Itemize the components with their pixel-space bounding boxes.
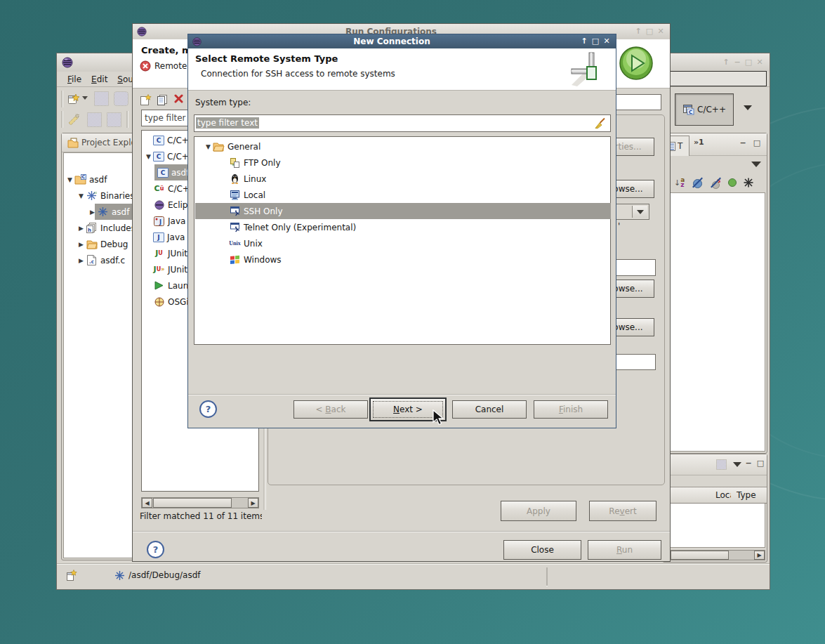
wizard-help-button[interactable]: ? [199, 400, 217, 418]
wizard-button-separator [188, 394, 616, 395]
scroll-right-button[interactable]: ▶ [248, 498, 258, 508]
new-connection-titlebar[interactable]: New Connection ↑ □ ✕ [188, 34, 616, 48]
tree-item-windows[interactable]: Windows [194, 251, 610, 268]
ssh-icon [229, 206, 241, 217]
new-connection-maximize-button[interactable]: □ [590, 37, 601, 46]
run-config-close-button[interactable]: ✕ [655, 27, 666, 37]
problems-table[interactable] [664, 504, 765, 548]
outline-content: # stdio.h main() : int [664, 192, 765, 452]
save-all-button-disabled [114, 91, 128, 106]
problems-minimize-button[interactable]: − [743, 459, 754, 468]
main-close-button[interactable]: ✕ [754, 58, 765, 67]
system-type-tree: ▼ General FTP Only Linux Local SSH Only [194, 136, 611, 345]
eclipse-logo-icon [61, 57, 73, 68]
system-type-filter-input[interactable]: type filter text [194, 114, 611, 132]
combo-dropdown-button[interactable] [632, 206, 647, 218]
wizard-heading: Select Remote System Type [195, 53, 338, 64]
eclipse-application-icon [153, 199, 165, 211]
run-button[interactable]: Run [588, 540, 661, 560]
config-note-fragment: ' [618, 221, 620, 231]
back-button[interactable]: < Back [293, 400, 368, 419]
eclipse-logo-icon [136, 26, 147, 37]
menu-edit[interactable]: Edit [86, 72, 112, 86]
new-connection-close-button[interactable]: ✕ [601, 37, 612, 46]
sort-az-icon[interactable]: ↓az [674, 178, 685, 188]
clear-filter-broom-icon[interactable] [594, 117, 606, 132]
menu-file[interactable]: File [62, 72, 86, 86]
tree-item-local[interactable]: Local [194, 187, 610, 203]
filter-status-text: Filter matched 11 of 11 items [140, 511, 262, 521]
perspective-label: C/C++ [697, 105, 726, 114]
hide-non-public-icon[interactable] [728, 178, 737, 187]
run-config-shade-button[interactable]: ↑ [633, 27, 644, 37]
c-application-icon: C [157, 168, 169, 178]
tree-item-general[interactable]: ▼ General [194, 138, 610, 155]
new-launch-config-button[interactable] [140, 94, 152, 109]
c-application-icon: C [153, 152, 164, 162]
hide-static-icon[interactable]: s [710, 177, 721, 188]
revert-button[interactable]: Revert [589, 501, 656, 521]
expander-collapsed-icon[interactable]: ▶ [77, 225, 86, 232]
filter-icon-disabled [716, 459, 727, 470]
scroll-left-button[interactable]: ◀ [142, 498, 152, 508]
button-separator [133, 531, 670, 532]
outline-minimize-button[interactable]: − [737, 138, 748, 148]
tree-item-ssh-only[interactable]: SSH Only [195, 203, 611, 219]
expander-expanded-icon[interactable]: ▼ [65, 176, 74, 183]
run-config-error-text: Remote [154, 61, 187, 71]
outline-view-menu-arrow[interactable] [751, 162, 761, 167]
run-config-maximize-button[interactable]: □ [644, 27, 655, 37]
tree-item-telnet-only[interactable]: Telnet Only (Experimental) [194, 219, 610, 235]
problems-maximize-button[interactable]: □ [755, 459, 766, 468]
open-folder-icon [213, 141, 225, 152]
includes-icon: h [86, 223, 98, 234]
problems-scroll-right-button[interactable]: ▶ [754, 551, 765, 560]
column-type[interactable]: Type [731, 487, 767, 504]
apply-button[interactable]: Apply [501, 501, 576, 521]
problems-view-menu-arrow[interactable] [733, 462, 741, 467]
new-connection-dialog: New Connection ↑ □ ✕ Select Remote Syste… [187, 34, 616, 428]
c-project-icon: C [74, 174, 86, 185]
connection-banner-icon [567, 51, 607, 92]
problems-scroll-thumb[interactable] [671, 551, 729, 560]
close-button[interactable]: Close [503, 540, 581, 560]
run-configurations-banner-icon [618, 45, 654, 84]
run-config-help-button[interactable]: ? [147, 541, 164, 558]
duplicate-config-button[interactable] [157, 94, 169, 109]
svg-text:h: h [88, 228, 91, 233]
delete-config-button[interactable] [173, 93, 184, 107]
expander-expanded-icon[interactable]: ▼ [144, 153, 153, 160]
project-explorer-icon [67, 137, 79, 148]
new-wizard-button[interactable] [65, 91, 81, 107]
expander-expanded-icon[interactable]: ▼ [77, 192, 86, 199]
problems-hscrollbar[interactable]: ▶ [664, 550, 765, 560]
fast-view-icon[interactable] [66, 570, 77, 584]
cancel-button[interactable]: Cancel [452, 400, 527, 419]
tree-item-linux[interactable]: Linux [194, 171, 610, 187]
svg-text:10: 10 [94, 191, 97, 195]
build-button-disabled [67, 112, 82, 127]
run-config-tree-hscrollbar[interactable]: ◀ ▶ [141, 497, 259, 508]
outline-maximize-button[interactable]: □ [751, 138, 763, 148]
scroll-thumb[interactable] [153, 498, 232, 508]
unix-icon: Unix [229, 238, 241, 249]
main-shade-button[interactable]: ↑ [720, 58, 732, 67]
perspective-dropdown-arrow[interactable] [744, 105, 752, 110]
tree-item-ftp-only[interactable]: FTP Only [194, 155, 610, 171]
tree-item-unix[interactable]: Unix Unix [194, 235, 610, 251]
expander-collapsed-icon[interactable]: ▶ [77, 241, 86, 248]
perspective-cpp-button[interactable]: C C/C++ [675, 93, 734, 126]
c-application-icon: C [153, 136, 164, 145]
expander-expanded-icon[interactable]: ▼ [204, 143, 213, 150]
main-maximize-button[interactable]: □ [743, 58, 754, 67]
tab-overflow-count[interactable]: »1 [694, 138, 704, 147]
hide-inactive-icon[interactable] [744, 178, 753, 188]
hide-fields-icon[interactable] [692, 177, 703, 188]
expander-collapsed-icon[interactable]: ▶ [77, 257, 86, 264]
toolbar-button-disabled [87, 112, 102, 127]
c-file-icon: .c [86, 255, 98, 266]
new-wizard-dropdown-arrow[interactable] [82, 96, 88, 100]
finish-button[interactable]: Finish [534, 400, 608, 419]
main-minimize-button[interactable]: − [732, 58, 743, 67]
new-connection-shade-button[interactable]: ↑ [579, 37, 590, 46]
